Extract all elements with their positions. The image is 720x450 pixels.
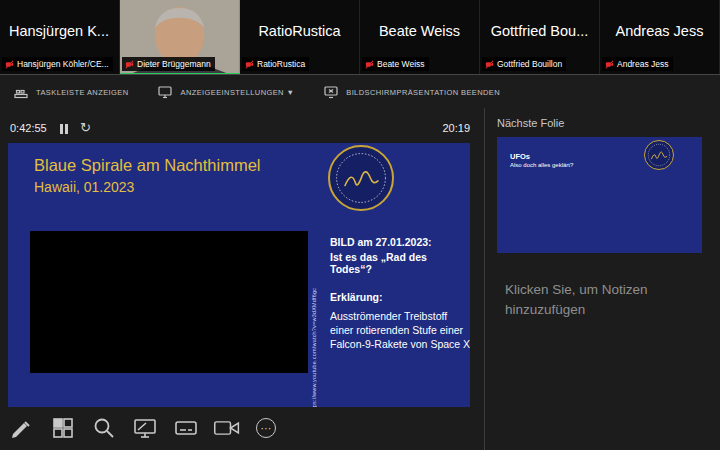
pen-tool-button[interactable] [8, 412, 36, 444]
more-options-button[interactable]: ⋯ [254, 412, 278, 444]
all-slides-button[interactable] [49, 412, 77, 444]
restart-timer-button[interactable]: ↻ [80, 120, 91, 135]
magnifier-icon [92, 416, 116, 440]
zoom-slide-button[interactable] [90, 412, 118, 444]
slide-bild-textblock: BILD am 27.01.2023: Ist es das „Rad des … [330, 236, 468, 278]
participant-name: Hansjürgen K... [0, 0, 119, 62]
subtitles-toggle-button[interactable] [172, 412, 200, 444]
display-settings-button[interactable]: ANZEIGEEINSTELLUNGEN ▼ [158, 85, 294, 99]
mic-off-icon [125, 60, 134, 69]
pen-icon [10, 416, 34, 440]
cenap-logo-art [645, 141, 673, 169]
next-slide-title: UFOs [510, 152, 530, 161]
display-settings-label: ANZEIGEEINSTELLUNGEN ▼ [180, 88, 294, 97]
taskbar-icon [14, 85, 28, 99]
participant-label: Dieter Brüggemann [122, 57, 215, 71]
pause-button[interactable] [60, 124, 68, 134]
participant-label-text: Dieter Brüggemann [137, 59, 211, 69]
slide-title: Blaue Spirale am Nachthimmel [34, 156, 261, 175]
elapsed-timer: 0:42:55 [10, 122, 47, 134]
notes-placeholder[interactable]: Klicken Sie, um Notizen hinzuzufügen [505, 280, 683, 321]
end-presentation-label: BILDSCHIRMPRÄSENTATION BEENDEN [346, 88, 500, 97]
slide-explanation-textblock: Erklärung: Ausströmender Treibstoff eine… [330, 291, 470, 352]
participant-label: Gottfried Bouillon [482, 57, 566, 71]
slide-url-vertical: https://www.youtube.com/watch?v=w3dXMdf6… [311, 239, 317, 407]
participant-label-text: Hansjürgen Köhler/CE... [17, 59, 109, 69]
mic-off-icon [245, 60, 254, 69]
next-slide-thumbnail[interactable]: UFOs Also doch alles geklärt? [497, 137, 702, 253]
camera-icon [213, 414, 241, 442]
participant-tile[interactable]: Andreas Jess Andreas Jess [600, 0, 720, 74]
black-screen-button[interactable] [131, 412, 159, 444]
participant-label-text: Andreas Jess [617, 59, 669, 69]
participant-label-text: RatioRustica [257, 59, 305, 69]
slide-subtitle: Hawaii, 01.2023 [34, 179, 134, 195]
next-slide-header: Nächste Folie [497, 117, 564, 129]
subtitles-icon [174, 416, 198, 440]
display-settings-icon [158, 85, 172, 99]
camera-toggle-button[interactable] [213, 412, 241, 444]
participant-gallery: Hansjürgen K... Hansjürgen Köhler/CE... … [0, 0, 720, 75]
participant-tile[interactable]: Hansjürgen K... Hansjürgen Köhler/CE... [0, 0, 120, 74]
participant-label: RatioRustica [242, 57, 309, 71]
participant-name: RatioRustica [240, 0, 359, 62]
end-presentation-button[interactable]: BILDSCHIRMPRÄSENTATION BEENDEN [324, 85, 500, 99]
participant-tile[interactable]: Gottfried Bou... Gottfried Bouillon [480, 0, 600, 74]
next-slide-subtitle: Also doch alles geklärt? [510, 162, 573, 168]
more-options-icon: ⋯ [256, 418, 276, 438]
show-taskbar-button[interactable]: TASKLEISTE ANZEIGEN [14, 85, 128, 99]
participant-tile-active-speaker[interactable]: Dieter Brüggemann [120, 0, 240, 74]
mic-off-icon [605, 60, 614, 69]
mic-off-icon [5, 60, 14, 69]
mic-off-icon [365, 60, 374, 69]
participant-name: Andreas Jess [600, 0, 719, 62]
explanation-line: Falcon-9-Rakete von Space X [330, 338, 470, 352]
timer-row: 0:42:55 ↻ 20:19 [8, 121, 470, 137]
participant-name: Gottfried Bou... [480, 0, 599, 62]
participant-tile[interactable]: RatioRustica RatioRustica [240, 0, 360, 74]
all-slides-icon [51, 416, 75, 440]
end-presentation-icon [324, 85, 338, 99]
mic-off-icon [485, 60, 494, 69]
explanation-line: einer rotierenden Stufe einer [330, 324, 470, 338]
participant-label: Andreas Jess [602, 57, 673, 71]
slide-video-placeholder [30, 231, 308, 373]
explanation-line: Ausströmender Treibstoff [330, 310, 470, 324]
black-screen-icon [133, 416, 157, 440]
show-taskbar-label: TASKLEISTE ANZEIGEN [36, 88, 128, 97]
explanation-title: Erklärung: [330, 291, 470, 305]
cenap-logo [328, 145, 394, 211]
participant-name: Beate Weiss [360, 0, 479, 62]
bild-line2: Ist es das „Rad des Todes“? [330, 251, 468, 275]
bild-line1: BILD am 27.01.2023: [330, 236, 468, 248]
presenter-tools: ⋯ [8, 410, 278, 446]
current-time: 20:19 [442, 122, 470, 134]
participant-label-text: Beate Weiss [377, 59, 425, 69]
participant-label: Hansjürgen Köhler/CE... [2, 57, 113, 71]
cenap-logo-small [644, 140, 674, 170]
participant-label-text: Gottfried Bouillon [497, 59, 562, 69]
cenap-logo-art [330, 147, 392, 209]
panel-divider [484, 108, 485, 450]
participant-tile[interactable]: Beate Weiss Beate Weiss [360, 0, 480, 74]
current-slide[interactable]: Blaue Spirale am Nachthimmel Hawaii, 01.… [8, 143, 470, 407]
participant-label: Beate Weiss [362, 57, 429, 71]
presenter-toolbar: TASKLEISTE ANZEIGEN ANZEIGEEINSTELLUNGEN… [14, 82, 500, 102]
